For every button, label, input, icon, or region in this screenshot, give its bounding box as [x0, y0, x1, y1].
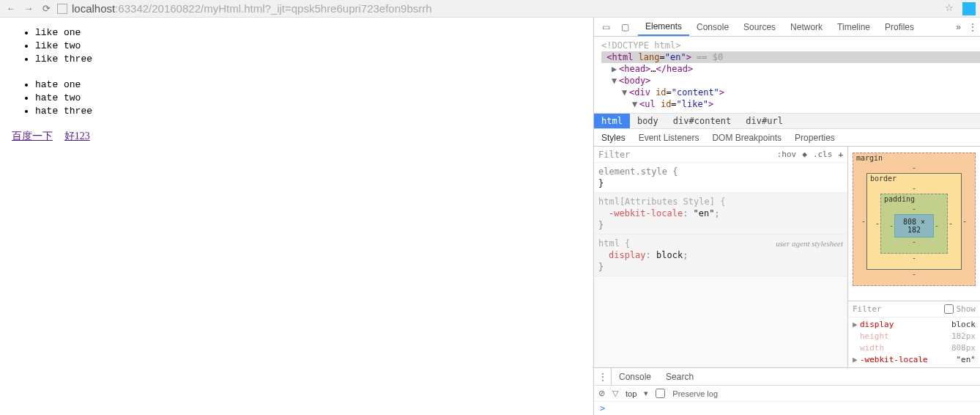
- cls-toggle[interactable]: .cls: [813, 150, 833, 159]
- computed-prop[interactable]: height182px: [853, 331, 976, 342]
- extension-icon[interactable]: [962, 2, 976, 15]
- tab-network[interactable]: Network: [783, 18, 830, 36]
- crumb-url[interactable]: div#url: [738, 114, 790, 128]
- tab-timeline[interactable]: Timeline: [830, 18, 877, 36]
- drawer-menu-icon[interactable]: ⋮: [594, 368, 612, 385]
- reload-button[interactable]: ⟳: [40, 2, 53, 15]
- crumb-html[interactable]: html: [594, 114, 630, 128]
- subtab-styles[interactable]: Styles: [600, 129, 627, 146]
- context-dropdown-icon[interactable]: ▾: [644, 389, 648, 398]
- computed-pane: Filter Show ▶displayblock height182px wi…: [848, 301, 980, 367]
- rule-html-ua[interactable]: user agent stylesheet html { display: bl…: [594, 235, 847, 276]
- styles-filter-input[interactable]: Filter: [598, 150, 771, 160]
- computed-prop[interactable]: ▶-webkit-locale"en": [853, 354, 976, 366]
- subtab-event-listeners[interactable]: Event Listeners: [637, 129, 701, 146]
- ua-stylesheet-label: user agent stylesheet: [776, 238, 843, 249]
- box-model-pane: margin - - border - - padding: [848, 147, 980, 367]
- tab-console[interactable]: Console: [689, 18, 736, 36]
- forward-button[interactable]: →: [22, 2, 35, 15]
- inspect-icon[interactable]: ▭: [600, 21, 612, 33]
- show-all-checkbox[interactable]: [944, 304, 954, 314]
- hov-toggle[interactable]: :hov: [777, 150, 797, 159]
- box-model[interactable]: margin - - border - - padding: [848, 147, 980, 301]
- url-path: :63342/20160822/myHtml.html?_ijt=qpsk5hr…: [115, 2, 431, 15]
- console-prompt[interactable]: >: [594, 402, 980, 415]
- tab-sources[interactable]: Sources: [736, 18, 783, 36]
- list-item: hate one: [35, 78, 587, 92]
- url-host: localhost: [72, 2, 115, 15]
- address-bar[interactable]: localhost:63342/20160822/myHtml.html?_ij…: [72, 2, 940, 15]
- dom-tree[interactable]: <!DOCTYPE html> <html lang="en"> == $0 ▶…: [594, 37, 980, 113]
- device-icon[interactable]: ▢: [619, 21, 631, 33]
- subtab-dom-breakpoints[interactable]: DOM Breakpoints: [710, 129, 783, 146]
- devtools-tabs: ▭ ▢ Elements Console Sources Network Tim…: [594, 18, 980, 37]
- preserve-log-label: Preserve log: [672, 389, 718, 398]
- page-icon: [57, 4, 67, 14]
- computed-filter-input[interactable]: Filter: [853, 304, 882, 315]
- dom-div-content[interactable]: ▼<div id="content">: [601, 87, 980, 98]
- devtools-panel: ▭ ▢ Elements Console Sources Network Tim…: [593, 18, 980, 415]
- context-selector[interactable]: top: [626, 389, 636, 398]
- subtab-properties[interactable]: Properties: [793, 129, 836, 146]
- styles-tabs: Styles Event Listeners DOM Breakpoints P…: [594, 129, 980, 147]
- computed-prop[interactable]: ▶displayblock: [853, 319, 976, 331]
- list-item: hate two: [35, 92, 587, 105]
- crumb-content[interactable]: div#content: [666, 114, 738, 128]
- rule-html-attributes[interactable]: html[Attributes Style] { -webkit-locale:…: [594, 193, 847, 235]
- dom-doctype: <!DOCTYPE html>: [601, 40, 980, 51]
- rule-element-style[interactable]: element.style { }: [594, 163, 847, 193]
- drawer-tab-search[interactable]: Search: [658, 368, 701, 385]
- dom-breadcrumb: html body div#content div#url: [594, 113, 980, 129]
- list-item: like three: [35, 53, 587, 66]
- computed-prop[interactable]: width808px: [853, 342, 976, 354]
- page-viewport: like one like two like three hate one ha…: [0, 18, 593, 415]
- bookmark-icon[interactable]: ☆: [945, 2, 958, 15]
- bm-content-size: 808 × 182: [894, 214, 934, 238]
- links-row: 百度一下 好123: [12, 130, 582, 143]
- dom-ul-like[interactable]: ▼<ul id="like">: [601, 98, 980, 110]
- tabs-overflow-icon[interactable]: »: [951, 22, 965, 32]
- bm-border-label: border: [870, 175, 897, 183]
- list-item: like two: [35, 40, 587, 53]
- preserve-log-checkbox[interactable]: [656, 389, 665, 398]
- console-drawer: ⋮ Console Search ⊘ ▽ top ▾ Preserve log …: [594, 367, 980, 415]
- dom-head[interactable]: ▶<head>…</head>: [601, 63, 980, 75]
- bm-padding-label: padding: [884, 195, 915, 203]
- show-all-label: Show: [957, 304, 976, 315]
- new-rule-button[interactable]: +: [838, 150, 843, 159]
- clear-console-icon[interactable]: ⊘: [598, 389, 605, 398]
- tab-profiles[interactable]: Profiles: [877, 18, 921, 36]
- styles-rules-pane: Filter :hov ◆ .cls + element.style { } h…: [594, 147, 848, 367]
- devtools-menu-icon[interactable]: ⋮: [965, 22, 980, 32]
- dom-body[interactable]: ▼<body>: [601, 75, 980, 87]
- link-hao123[interactable]: 好123: [64, 131, 90, 142]
- back-button[interactable]: ←: [4, 2, 18, 15]
- crumb-body[interactable]: body: [630, 114, 666, 128]
- filter-icon[interactable]: ▽: [612, 389, 618, 398]
- pin-icon[interactable]: ◆: [802, 150, 807, 159]
- bm-margin-label: margin: [856, 154, 883, 162]
- like-list: like one like two like three: [35, 26, 587, 67]
- hate-list: hate one hate two hate three: [35, 78, 587, 119]
- dom-html[interactable]: <html lang="en"> == $0: [601, 51, 980, 63]
- tab-elements[interactable]: Elements: [638, 18, 689, 36]
- drawer-tab-console[interactable]: Console: [612, 368, 658, 385]
- link-baidu[interactable]: 百度一下: [12, 131, 53, 142]
- list-item: like one: [35, 26, 587, 40]
- list-item: hate three: [35, 105, 587, 118]
